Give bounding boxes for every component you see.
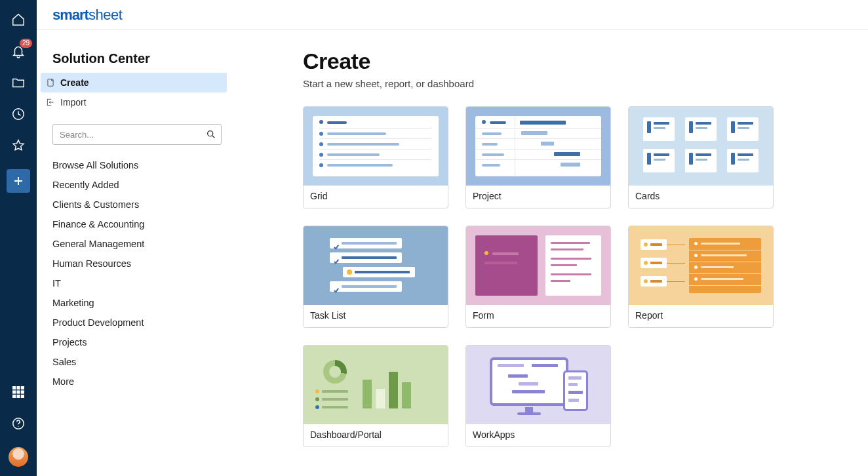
svg-point-11 bbox=[18, 426, 18, 427]
tile-dashboard-thumb bbox=[304, 346, 448, 424]
tile-project-thumb bbox=[466, 107, 610, 186]
tile-dashboard[interactable]: Dashboard/Portal bbox=[303, 345, 448, 447]
sidebar: Solution Center Create Import Browse All… bbox=[37, 30, 240, 476]
tile-form-thumb bbox=[466, 226, 610, 305]
top-bar: smartsheet bbox=[37, 0, 868, 30]
tile-report-thumb bbox=[629, 226, 773, 305]
create-tiles: Grid bbox=[303, 106, 842, 447]
sidebar-item-finance[interactable]: Finance & Accounting bbox=[52, 214, 231, 234]
svg-point-13 bbox=[208, 131, 213, 136]
sidebar-item-recently-added[interactable]: Recently Added bbox=[52, 175, 231, 195]
svg-rect-6 bbox=[22, 391, 24, 393]
svg-rect-2 bbox=[17, 387, 20, 389]
sidebar-item-browse-all[interactable]: Browse All Solutions bbox=[52, 155, 231, 175]
svg-rect-8 bbox=[17, 395, 20, 398]
help-icon[interactable] bbox=[10, 416, 26, 431]
sidebar-item-marketing[interactable]: Marketing bbox=[52, 293, 231, 313]
tile-report-label: Report bbox=[629, 305, 773, 327]
tile-project[interactable]: Project bbox=[465, 106, 611, 208]
tile-workapps[interactable]: WorkApps bbox=[465, 345, 611, 447]
home-icon[interactable] bbox=[10, 12, 26, 28]
brand-bold: smart bbox=[52, 7, 89, 23]
sheet-icon bbox=[46, 78, 55, 87]
app-launcher-icon[interactable] bbox=[10, 384, 26, 400]
main-area: smartsheet Solution Center Create Import bbox=[37, 0, 868, 476]
svg-rect-7 bbox=[13, 395, 16, 398]
user-avatar[interactable] bbox=[9, 447, 28, 467]
tile-grid-label: Grid bbox=[304, 186, 448, 208]
recents-icon[interactable] bbox=[10, 106, 26, 122]
tile-tasklist[interactable]: Task List bbox=[303, 226, 448, 328]
nav-import-label: Import bbox=[60, 97, 87, 108]
nav-create-label: Create bbox=[60, 77, 89, 88]
tile-dashboard-label: Dashboard/Portal bbox=[304, 424, 448, 446]
brand-thin: sheet bbox=[89, 7, 122, 23]
sidebar-title: Solution Center bbox=[52, 51, 231, 66]
sidebar-item-hr[interactable]: Human Resources bbox=[52, 254, 231, 273]
left-rail: 29 bbox=[0, 0, 37, 476]
search-icon[interactable] bbox=[206, 129, 216, 140]
add-button[interactable] bbox=[7, 169, 30, 193]
svg-rect-9 bbox=[22, 395, 24, 398]
svg-rect-1 bbox=[13, 387, 16, 389]
sidebar-nav-import[interactable]: Import bbox=[41, 92, 227, 112]
folder-icon[interactable] bbox=[10, 75, 26, 90]
page-subtitle: Start a new sheet, report, or dashboard bbox=[303, 78, 842, 89]
tile-tasklist-label: Task List bbox=[304, 305, 448, 327]
import-icon bbox=[46, 98, 55, 107]
sidebar-nav-create[interactable]: Create bbox=[41, 73, 227, 92]
tile-grid[interactable]: Grid bbox=[303, 106, 448, 208]
sidebar-item-clients[interactable]: Clients & Customers bbox=[52, 195, 231, 214]
brand-logo: smartsheet bbox=[52, 7, 122, 24]
svg-rect-12 bbox=[48, 79, 53, 87]
tile-workapps-label: WorkApps bbox=[466, 424, 610, 446]
search-wrap bbox=[52, 124, 222, 145]
tile-form-label: Form bbox=[466, 305, 610, 327]
category-list: Browse All Solutions Recently Added Clie… bbox=[52, 155, 231, 391]
notifications-icon[interactable]: 29 bbox=[10, 43, 26, 59]
sidebar-item-projects[interactable]: Projects bbox=[52, 332, 231, 352]
sidebar-item-general-management[interactable]: General Management bbox=[52, 234, 231, 254]
sidebar-item-it[interactable]: IT bbox=[52, 273, 231, 293]
svg-rect-3 bbox=[22, 387, 24, 389]
content: Create Start a new sheet, report, or das… bbox=[240, 30, 868, 476]
tile-report[interactable]: Report bbox=[628, 226, 774, 328]
tile-tasklist-thumb bbox=[304, 226, 448, 305]
favorites-icon[interactable] bbox=[10, 138, 26, 153]
sidebar-item-sales[interactable]: Sales bbox=[52, 352, 231, 372]
tile-form[interactable]: Form bbox=[465, 226, 611, 328]
svg-rect-4 bbox=[13, 391, 16, 393]
svg-rect-5 bbox=[17, 391, 20, 393]
tile-workapps-thumb bbox=[466, 346, 610, 424]
tile-project-label: Project bbox=[466, 186, 610, 208]
tile-grid-thumb bbox=[304, 107, 448, 186]
sidebar-item-product-dev[interactable]: Product Development bbox=[52, 313, 231, 332]
tile-cards-label: Cards bbox=[629, 186, 773, 208]
notification-badge: 29 bbox=[19, 38, 33, 49]
page-title: Create bbox=[303, 49, 842, 74]
search-input[interactable] bbox=[52, 124, 222, 145]
sidebar-item-more[interactable]: More bbox=[52, 372, 231, 391]
tile-cards[interactable]: Cards bbox=[628, 106, 774, 208]
tile-cards-thumb bbox=[629, 107, 773, 186]
